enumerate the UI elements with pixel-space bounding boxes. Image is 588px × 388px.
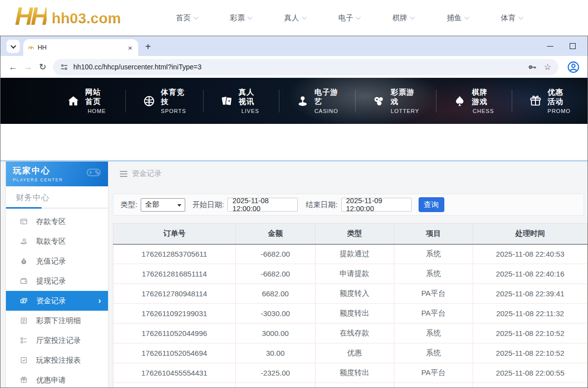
- sidebar-menu-item[interactable]: 玩家投注报表 ›: [6, 350, 108, 370]
- cell-amount: -3030.00: [235, 304, 315, 324]
- game-nav-item[interactable]: 网站首页 HOME: [50, 90, 126, 112]
- hamburger-icon: [120, 173, 127, 174]
- game-nav-label-en: LOTTERY: [391, 108, 420, 114]
- type-select[interactable]: 全部: [141, 198, 185, 212]
- game-nav-label-en: SPORTS: [161, 108, 186, 114]
- password-key-icon[interactable]: [528, 62, 537, 72]
- cell-time: 2025-11-08 22:10:52: [473, 343, 588, 363]
- sidebar-menu-item[interactable]: 存款专区 ›: [6, 212, 108, 231]
- sidebar-item-icon: [20, 376, 28, 384]
- table-row[interactable]: 1762612853705611 -6682.00 提款通过 系统 2025-1…: [113, 244, 588, 264]
- chevron-down-icon: [464, 14, 469, 19]
- bookmark-star-icon[interactable]: ☆: [544, 62, 551, 72]
- sidebar-menu-item[interactable]: 资金记录 ›: [6, 291, 108, 311]
- game-nav-label-en: PROMO: [547, 108, 571, 114]
- cell-type: 在线存款: [315, 324, 394, 343]
- browser-profile-icon[interactable]: [567, 61, 580, 73]
- game-nav-item[interactable]: 彩票游戏 LOTTERY: [356, 90, 437, 112]
- cell-order-id: 1762610441425253: [113, 383, 236, 388]
- logo-domain-text: hh03.com: [52, 5, 121, 32]
- game-nav-icon: [143, 95, 156, 108]
- main-nav-item[interactable]: 电子: [338, 13, 360, 23]
- chevron-down-icon: [519, 14, 524, 19]
- cell-order-id: 1762611052054694: [113, 343, 236, 363]
- new-tab-button[interactable]: +: [145, 40, 151, 53]
- cell-time: 2025-11-08 22:39:41: [473, 284, 588, 304]
- cell-amount: -6682.00: [235, 244, 315, 264]
- sidebar-item-icon: [20, 257, 28, 265]
- game-nav-item[interactable]: 体育竞技 SPORTS: [126, 90, 204, 112]
- browser-tab[interactable]: HH HH ×: [23, 39, 138, 56]
- table-row[interactable]: 1762612816851114 -6682.00 申请提款 系统 2025-1…: [113, 264, 588, 284]
- game-nav-label-en: CHESS: [473, 108, 494, 114]
- tab-title: HH: [38, 44, 127, 51]
- cell-order-id: 1762612816851114: [113, 264, 236, 284]
- sidebar-menu-item[interactable]: 优惠申请 ›: [6, 370, 108, 388]
- window-maximize-button[interactable]: [570, 43, 576, 49]
- sidebar-menu-item[interactable]: 提现记录 ›: [6, 271, 108, 291]
- sidebar-menu-item[interactable]: 厅室投注记录 ›: [6, 331, 108, 350]
- section-finance-label: 财务中心: [6, 186, 108, 203]
- search-button[interactable]: 查询: [419, 197, 444, 212]
- section-underline: [6, 208, 108, 209]
- cell-time: 2025-11-08 22:00:41: [473, 383, 588, 388]
- sidebar-menu-item[interactable]: 充值记录 ›: [6, 251, 108, 271]
- site-header: HH hh03.com 首页 彩票 真人 电子: [0, 0, 588, 36]
- cell-project: 系统: [394, 324, 473, 343]
- forward-button[interactable]: →: [20, 59, 35, 74]
- game-nav-item[interactable]: 棋牌游戏 CHESS: [436, 90, 512, 112]
- chevron-right-icon: ›: [98, 296, 101, 306]
- tab-search-button[interactable]: [6, 40, 20, 53]
- table-row[interactable]: 1762611092199031 -3030.00 额度转出 PA平台 2025…: [113, 304, 588, 324]
- main-nav-item[interactable]: 棋牌: [392, 13, 414, 23]
- site-info-icon[interactable]: [60, 63, 68, 71]
- sidebar-item-label: 存款专区: [36, 217, 66, 226]
- main-nav-item-label: 捕鱼: [447, 13, 462, 23]
- cell-time: 2025-11-08 22:40:53: [473, 244, 588, 264]
- game-nav-icon: [296, 95, 309, 108]
- game-nav-item[interactable]: 电子游艺 CASINO: [279, 90, 356, 112]
- sidebar-item-icon: [20, 356, 28, 364]
- tab-close-icon[interactable]: ×: [127, 44, 133, 52]
- main-nav-item-label: 体育: [501, 13, 516, 23]
- table-row[interactable]: 1762611052044996 3000.00 在线存款 系统 2025-11…: [113, 324, 588, 343]
- chevron-down-icon: [356, 14, 361, 19]
- table-header-row: 订单号金额类型项目处理时间: [113, 223, 588, 244]
- window-minimize-button[interactable]: [547, 46, 553, 47]
- main-nav-item[interactable]: 体育: [501, 13, 523, 23]
- start-date-input[interactable]: 2025-11-08 12:00:00: [227, 198, 298, 212]
- game-nav: 网站首页 HOME 体育竞技 SPORTS 真人视讯 LIVES: [0, 78, 588, 124]
- table-body: 1762612853705611 -6682.00 提款通过 系统 2025-1…: [113, 244, 588, 388]
- end-date-label: 结束日期:: [306, 200, 337, 210]
- table-row[interactable]: 1762611052054694 30.00 优惠 系统 2025-11-08 …: [113, 343, 588, 363]
- game-nav-item[interactable]: 真人视讯 LIVES: [204, 90, 279, 112]
- sidebar-item-label: 优惠申请: [36, 376, 66, 385]
- back-button[interactable]: ←: [5, 59, 20, 74]
- main-nav: 首页 彩票 真人 电子 棋牌 捕鱼: [176, 0, 523, 36]
- main-nav-item[interactable]: 捕鱼: [447, 13, 469, 23]
- game-nav-icon: [67, 95, 80, 108]
- game-nav-icon: [453, 95, 466, 108]
- reload-button[interactable]: ↻: [35, 59, 50, 74]
- cell-time: 2025-11-08 22:00:55: [473, 363, 588, 383]
- site-logo[interactable]: HH hh03.com: [15, 1, 121, 32]
- cell-order-id: 1762610455554431: [113, 363, 236, 383]
- main-nav-item[interactable]: 真人: [284, 13, 306, 23]
- chevron-down-icon: [248, 14, 253, 19]
- cell-amount: 30.00: [235, 343, 315, 363]
- main-nav-item[interactable]: 彩票: [230, 13, 252, 23]
- sidebar-menu-item[interactable]: 取款专区 ›: [6, 231, 108, 251]
- end-date-input[interactable]: 2025-11-09 12:00:00: [341, 198, 412, 212]
- cell-order-id: 1762612853705611: [113, 244, 236, 264]
- game-nav-item[interactable]: 优惠活动 PROMO: [512, 90, 588, 112]
- table-row[interactable]: 1762612780948114 6682.00 额度转入 PA平台 2025-…: [113, 284, 588, 304]
- game-nav-label-en: HOME: [88, 108, 106, 114]
- table-row[interactable]: 1762610441425253 2000.00 在线存款 系统 2025-11…: [113, 383, 588, 388]
- type-label: 类型:: [120, 200, 137, 210]
- cell-type: 额度转出: [315, 363, 394, 383]
- sidebar-menu-item[interactable]: 彩票下注明细 ›: [6, 311, 108, 331]
- sidebar-item-label: 取款专区: [36, 237, 66, 246]
- table-row[interactable]: 1762610455554431 -2325.00 额度转出 PA平台 2025…: [113, 363, 588, 383]
- main-nav-item[interactable]: 首页: [176, 13, 198, 23]
- address-bar[interactable]: hh100.cc/hhcp/usercenter.html?iniType=3 …: [53, 59, 558, 75]
